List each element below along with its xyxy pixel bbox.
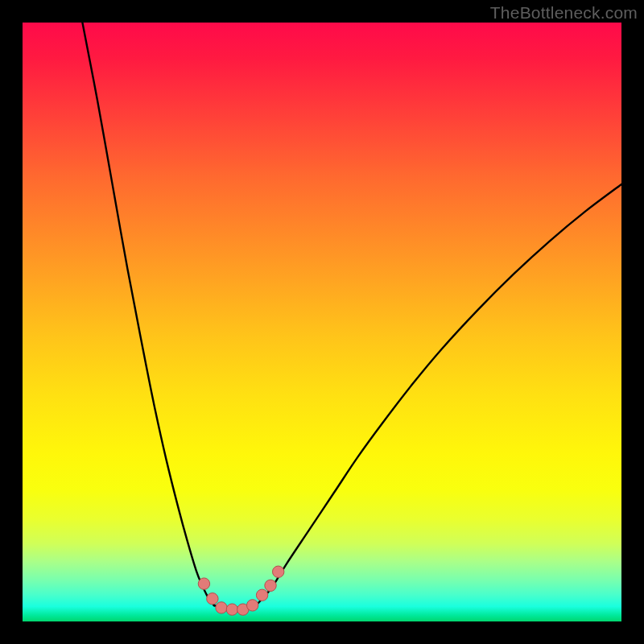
curve-layer xyxy=(23,23,621,621)
watermark-text: TheBottleneck.com xyxy=(490,3,638,23)
data-marker xyxy=(207,593,218,605)
data-marker xyxy=(216,602,227,613)
data-markers xyxy=(198,566,284,615)
bottleneck-curve xyxy=(82,23,621,609)
data-marker xyxy=(247,600,258,611)
data-marker xyxy=(256,589,267,601)
data-marker xyxy=(198,578,209,589)
chart-stage: TheBottleneck.com xyxy=(0,0,644,644)
plot-area xyxy=(23,23,621,621)
data-marker xyxy=(265,580,276,591)
data-marker xyxy=(226,604,237,615)
data-marker xyxy=(272,566,283,577)
